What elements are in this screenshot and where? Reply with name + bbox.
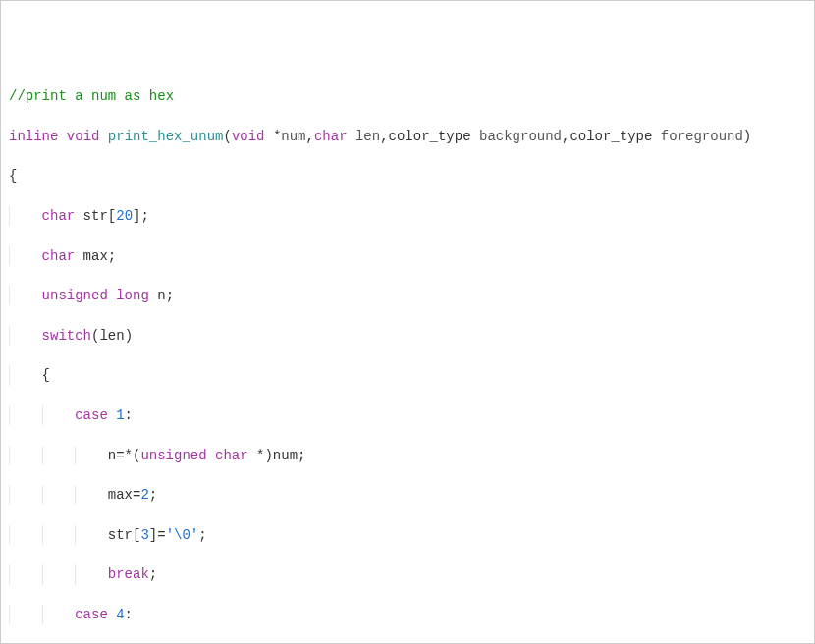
param: len bbox=[355, 129, 380, 144]
indent-guide bbox=[75, 485, 108, 505]
indent-guide bbox=[9, 605, 42, 624]
punc: [ bbox=[108, 208, 116, 224]
code-line: n=*(unsigned char *)num; bbox=[9, 446, 806, 465]
punc: ; bbox=[198, 527, 206, 543]
param: num bbox=[281, 129, 305, 144]
num: 2 bbox=[140, 487, 148, 503]
kw: long bbox=[116, 288, 149, 303]
comment: //print a num as hex bbox=[9, 88, 174, 104]
ident: num bbox=[273, 448, 298, 463]
num: 3 bbox=[140, 527, 148, 543]
code-line: char str[20]; bbox=[9, 206, 806, 226]
kw: inline bbox=[9, 129, 58, 144]
punc: ) bbox=[743, 129, 751, 144]
indent-guide bbox=[42, 485, 76, 505]
punc: ; bbox=[149, 487, 157, 503]
kw: unsigned bbox=[42, 288, 108, 303]
code-line: //print a num as hex bbox=[9, 86, 806, 106]
code-line: case 1: bbox=[9, 405, 806, 425]
code-line: unsigned long n; bbox=[9, 286, 806, 305]
func-name: print_hex_unum bbox=[108, 129, 224, 144]
indent-guide bbox=[75, 446, 108, 465]
punc: *) bbox=[256, 448, 273, 463]
indent-guide bbox=[9, 525, 42, 545]
indent-guide bbox=[9, 286, 42, 305]
ident: n bbox=[108, 448, 116, 463]
code-line: inline void print_hex_unum(void *num,cha… bbox=[9, 127, 806, 146]
punc: ) bbox=[125, 328, 133, 344]
ident: len bbox=[99, 328, 124, 344]
num: 1 bbox=[116, 407, 124, 423]
indent-guide bbox=[75, 564, 108, 584]
indent-guide bbox=[9, 246, 42, 266]
punc: : bbox=[125, 407, 133, 423]
code-line: switch(len) bbox=[9, 326, 806, 346]
code-line: { bbox=[9, 365, 806, 385]
kw: char bbox=[314, 129, 348, 144]
punc: ; bbox=[298, 448, 305, 463]
kw: char bbox=[215, 448, 248, 463]
indent-guide bbox=[9, 326, 42, 346]
indent-guide bbox=[9, 485, 42, 505]
indent-guide bbox=[9, 365, 42, 385]
num: 20 bbox=[116, 208, 133, 224]
kw: char bbox=[42, 208, 76, 224]
punc: ; bbox=[166, 288, 174, 303]
punc: =*( bbox=[116, 448, 140, 463]
param: foreground bbox=[661, 129, 743, 144]
kw: void bbox=[232, 129, 265, 144]
kw: char bbox=[42, 248, 76, 264]
indent-guide bbox=[42, 525, 76, 545]
kw: break bbox=[108, 566, 149, 582]
code-line: { bbox=[9, 166, 806, 186]
punc: : bbox=[125, 607, 133, 622]
code-line: break; bbox=[9, 564, 806, 584]
code-line: str[3]='\0'; bbox=[9, 525, 806, 545]
punc: ]= bbox=[149, 527, 166, 543]
indent-guide bbox=[9, 564, 42, 584]
char-lit: '\0' bbox=[166, 527, 199, 543]
punc: ; bbox=[108, 248, 116, 264]
punc: , bbox=[306, 129, 314, 144]
indent-guide bbox=[42, 564, 76, 584]
punc: , bbox=[380, 129, 388, 144]
kw: unsigned bbox=[140, 448, 206, 463]
kw: case bbox=[75, 407, 108, 423]
indent-guide bbox=[42, 405, 76, 425]
type: color_type bbox=[389, 129, 471, 144]
indent-guide bbox=[9, 405, 42, 425]
indent-guide bbox=[9, 206, 42, 226]
brace: { bbox=[9, 168, 17, 184]
kw: case bbox=[75, 607, 108, 622]
indent-guide bbox=[42, 605, 76, 624]
param: background bbox=[479, 129, 562, 144]
ident: n bbox=[157, 288, 165, 303]
kw: switch bbox=[42, 328, 91, 344]
punc: ; bbox=[140, 208, 148, 224]
type: color_type bbox=[570, 129, 652, 144]
code-line: char max; bbox=[9, 246, 806, 266]
code-line: case 4: bbox=[9, 605, 806, 624]
code-line: max=2; bbox=[9, 485, 806, 505]
ident: max bbox=[108, 487, 133, 503]
punc: ( bbox=[223, 129, 231, 144]
ident: max bbox=[83, 248, 108, 264]
punc: ; bbox=[149, 566, 157, 582]
num: 4 bbox=[116, 607, 124, 622]
ident: str bbox=[108, 527, 133, 543]
brace: { bbox=[42, 367, 50, 383]
indent-guide bbox=[9, 446, 42, 465]
kw: void bbox=[67, 129, 100, 144]
ident: str bbox=[83, 208, 108, 224]
indent-guide bbox=[75, 525, 108, 545]
indent-guide bbox=[42, 446, 76, 465]
